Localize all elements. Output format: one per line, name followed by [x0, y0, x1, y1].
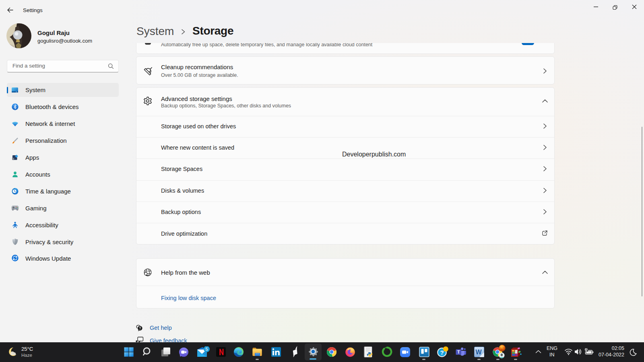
svg-text:?: ?: [440, 349, 444, 356]
svg-text:T: T: [457, 350, 460, 354]
svg-text:W: W: [475, 349, 482, 356]
svg-text:5: 5: [205, 347, 208, 352]
